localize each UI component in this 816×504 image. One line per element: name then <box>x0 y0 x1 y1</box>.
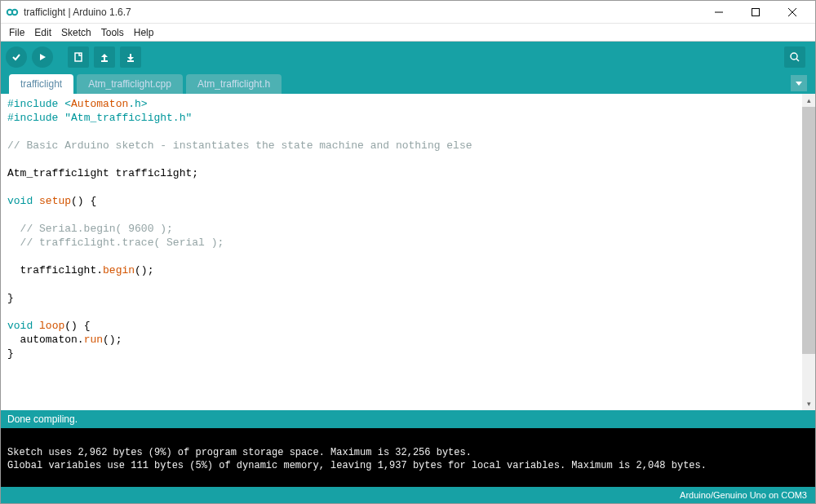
code-token: void <box>7 320 33 332</box>
svg-line-15 <box>796 59 799 61</box>
svg-rect-7 <box>75 53 82 61</box>
code-token: Atm_trafficlight trafficlight; <box>7 167 198 179</box>
upload-button[interactable] <box>32 46 53 68</box>
code-token: #include <box>7 98 58 110</box>
code-token: < <box>64 98 71 110</box>
serial-monitor-button[interactable] <box>784 46 805 68</box>
code-token: } <box>7 292 14 304</box>
console-line: Sketch uses 2,962 bytes (9%) of program … <box>7 447 472 458</box>
code-token: // Serial.begin( 9600 ); <box>7 223 173 235</box>
code-token: () { <box>64 320 90 332</box>
code-token: #include <box>7 112 58 124</box>
tab-trafficlight[interactable]: trafficlight <box>9 74 73 94</box>
code-editor[interactable]: #include <Automaton.h> #include "Atm_tra… <box>1 94 802 410</box>
code-token: run <box>84 334 103 346</box>
tabbar: trafficlight Atm_trafficlight.cpp Atm_tr… <box>1 73 815 94</box>
arduino-ide-window: trafficlight | Arduino 1.6.7 File Edit S… <box>0 0 816 504</box>
scroll-track[interactable] <box>802 107 815 397</box>
scroll-thumb[interactable] <box>802 107 815 354</box>
toolbar <box>1 42 815 73</box>
code-token: loop <box>39 320 64 332</box>
arduino-logo-icon <box>6 6 19 19</box>
verify-button[interactable] <box>6 46 27 68</box>
editor-area: #include <Automaton.h> #include "Atm_tra… <box>1 94 815 410</box>
code-token: trafficlight. <box>7 264 103 276</box>
code-token: automaton. <box>7 334 84 346</box>
console[interactable]: Sketch uses 2,962 bytes (9%) of program … <box>1 428 815 487</box>
code-token: .h> <box>128 98 147 110</box>
code-token: // Basic Arduino sketch - instantiates t… <box>7 139 472 152</box>
code-token: () { <box>71 195 96 207</box>
scroll-up-icon[interactable]: ▴ <box>802 94 815 107</box>
svg-rect-3 <box>752 8 759 15</box>
code-token: } <box>7 347 14 360</box>
code-token: (); <box>135 264 153 276</box>
titlebar: trafficlight | Arduino 1.6.7 <box>1 1 815 24</box>
code-token: (); <box>103 334 122 346</box>
code-token: begin <box>103 264 135 276</box>
code-token: "Atm_trafficlight.h" <box>64 112 192 124</box>
statusbar: Done compiling. <box>1 410 815 428</box>
scroll-down-icon[interactable]: ▾ <box>802 397 815 410</box>
code-token: setup <box>39 195 71 207</box>
code-token: // trafficlight.trace( Serial ); <box>7 237 224 249</box>
menu-edit[interactable]: Edit <box>29 25 56 40</box>
window-title: trafficlight | Arduino 1.6.7 <box>24 7 700 18</box>
menu-tools[interactable]: Tools <box>96 25 129 40</box>
code-token: void <box>7 195 33 207</box>
tab-atm-trafficlight-h[interactable]: Atm_trafficlight.h <box>186 74 282 94</box>
svg-marker-12 <box>127 57 134 60</box>
minimize-button[interactable] <box>700 1 737 24</box>
menu-help[interactable]: Help <box>129 25 159 40</box>
close-button[interactable] <box>774 1 810 24</box>
maximize-button[interactable] <box>737 1 774 24</box>
svg-marker-6 <box>40 54 46 60</box>
open-button[interactable] <box>94 46 115 68</box>
menu-file[interactable]: File <box>4 25 29 40</box>
save-button[interactable] <box>120 46 141 68</box>
svg-marker-9 <box>101 54 108 57</box>
new-button[interactable] <box>68 46 89 68</box>
bottombar: Arduino/Genuino Uno on COM3 <box>1 487 815 503</box>
status-message: Done compiling. <box>7 413 78 425</box>
tab-atm-trafficlight-cpp[interactable]: Atm_trafficlight.cpp <box>77 74 183 94</box>
console-line: Global variables use 111 bytes (5%) of d… <box>7 460 707 471</box>
editor-scrollbar[interactable]: ▴ ▾ <box>802 94 815 410</box>
svg-marker-16 <box>796 82 802 86</box>
svg-point-1 <box>12 9 17 14</box>
code-token: Automaton <box>71 98 128 110</box>
menubar: File Edit Sketch Tools Help <box>1 24 815 42</box>
board-port-label: Arduino/Genuino Uno on COM3 <box>680 490 807 500</box>
menu-sketch[interactable]: Sketch <box>56 25 96 40</box>
tab-dropdown-button[interactable] <box>791 75 807 91</box>
svg-point-14 <box>791 53 797 60</box>
